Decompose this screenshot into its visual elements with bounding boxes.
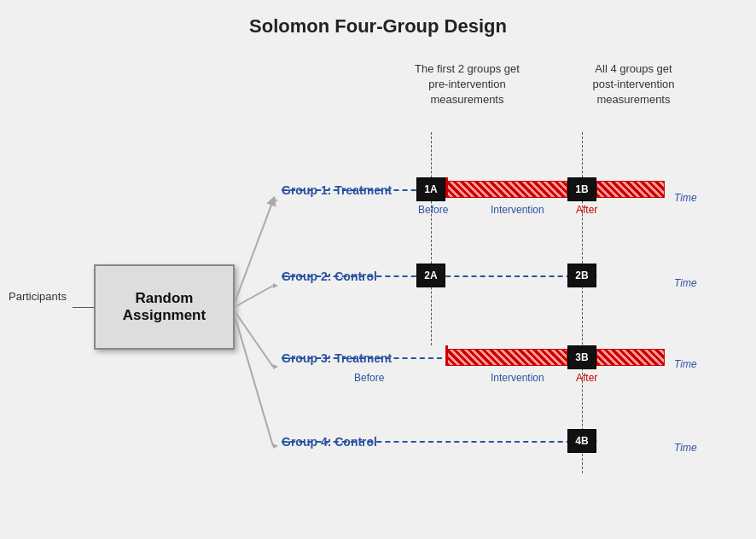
box-1a: 1A — [416, 177, 445, 201]
box-1b: 1B — [567, 177, 596, 201]
g1-time-label: Time — [674, 192, 697, 204]
svg-marker-7 — [273, 443, 278, 449]
g1-intervention-label: Intervention — [491, 204, 544, 216]
svg-marker-4 — [273, 198, 278, 203]
box-4b: 4B — [567, 429, 596, 453]
g4-timeline — [282, 441, 589, 443]
svg-marker-6 — [273, 364, 278, 369]
participant-dash — [73, 307, 94, 308]
header-first-two: The first 2 groups getpre-interventionme… — [393, 61, 542, 108]
g2-time-label: Time — [674, 277, 697, 289]
diagram-container: Solomon Four-Group Design The first 2 gr… — [0, 0, 756, 539]
g4-time-label: Time — [674, 442, 697, 454]
g3-intervention-label: Intervention — [491, 372, 544, 384]
g3-time-label: Time — [674, 358, 697, 370]
participants-label: Participants — [9, 290, 67, 303]
g1-before-label: Before — [418, 204, 448, 216]
svg-line-1 — [235, 286, 273, 307]
random-assignment-box: RandomAssignment — [94, 264, 235, 350]
g3-post-intervention — [596, 349, 665, 366]
box-2a: 2A — [416, 264, 445, 287]
g3-intervention — [445, 349, 567, 366]
svg-line-3 — [235, 316, 273, 446]
g3-after-label: After — [576, 372, 597, 384]
svg-line-2 — [235, 311, 273, 367]
box-2b: 2B — [567, 264, 596, 287]
svg-marker-5 — [273, 283, 278, 288]
pre-measure-vline — [431, 132, 432, 345]
g1-intervention — [445, 181, 567, 198]
g3-red-divider — [445, 345, 448, 366]
svg-line-0 — [235, 200, 273, 303]
box-3b: 3B — [567, 345, 596, 369]
g1-after-label: After — [576, 204, 597, 216]
header-all-four: All 4 groups getpost-interventionmeasure… — [559, 61, 708, 108]
g1-red-divider — [445, 177, 448, 198]
g1-post-intervention — [596, 181, 665, 198]
g3-before-label: Before — [354, 372, 384, 384]
page-title: Solomon Four-Group Design — [0, 15, 756, 38]
